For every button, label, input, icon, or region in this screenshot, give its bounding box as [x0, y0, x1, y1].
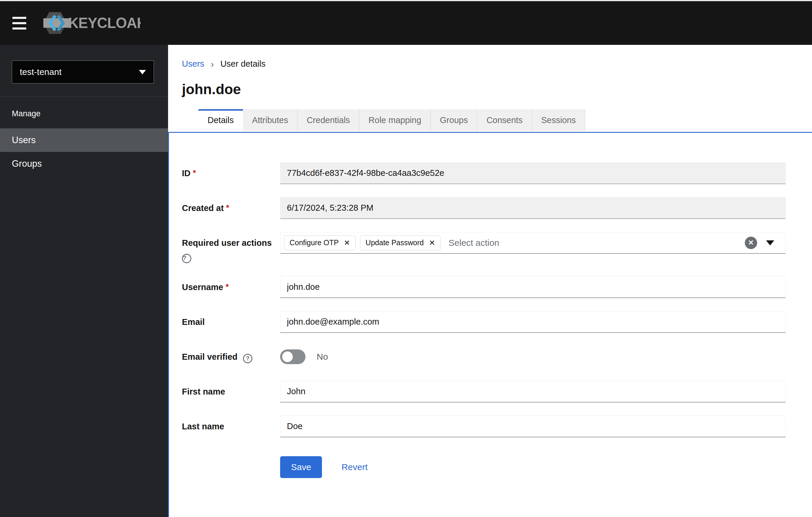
keycloak-logo-icon: KEYCLOAK: [44, 11, 141, 35]
breadcrumb-current: User details: [220, 59, 265, 69]
username-field[interactable]: [280, 276, 786, 298]
created-at-label: Created at: [182, 203, 224, 213]
breadcrumb-separator-icon: ›: [211, 59, 214, 69]
masthead: KEYCLOAK: [0, 1, 812, 45]
required-user-actions-multiselect[interactable]: Configure OTP ✕ Update Password ✕ Select…: [280, 232, 786, 254]
first-name-field[interactable]: [280, 381, 786, 403]
tab-groups[interactable]: Groups: [431, 109, 477, 131]
created-at-field[interactable]: [280, 197, 786, 219]
realm-selector-value: test-tenant: [20, 67, 62, 77]
field-row-username: Username*: [182, 276, 812, 298]
realm-selector[interactable]: test-tenant: [12, 60, 154, 83]
nav-toggle-hamburger-icon[interactable]: [12, 15, 26, 31]
tab-consents[interactable]: Consents: [477, 109, 532, 131]
field-row-email-verified: Email verified ? No: [182, 346, 812, 368]
sidebar-item-groups[interactable]: Groups: [0, 152, 168, 175]
sidebar-nav: Users Groups: [0, 128, 168, 175]
keycloak-logo: KEYCLOAK: [44, 11, 141, 35]
chip-configure-otp: Configure OTP ✕: [284, 236, 355, 250]
multiselect-placeholder: Select action: [448, 238, 499, 248]
tab-credentials[interactable]: Credentials: [297, 109, 359, 131]
tab-sessions[interactable]: Sessions: [532, 109, 585, 131]
email-label: Email: [182, 317, 205, 327]
field-row-id: ID*: [182, 162, 812, 184]
help-icon[interactable]: ?: [243, 354, 252, 363]
sidebar: test-tenant Manage Users Groups: [0, 45, 168, 517]
field-row-required-user-actions: Required user actions ? Configure OTP ✕ …: [182, 232, 812, 263]
required-indicator: *: [226, 203, 229, 212]
field-row-first-name: First name: [182, 381, 812, 403]
tab-role-mapping[interactable]: Role mapping: [359, 109, 431, 131]
last-name-label: Last name: [182, 422, 224, 431]
form-actions: Save Revert: [280, 456, 812, 478]
field-row-email: Email: [182, 311, 812, 333]
save-button[interactable]: Save: [280, 456, 322, 478]
field-row-last-name: Last name: [182, 415, 812, 437]
first-name-label: First name: [182, 387, 225, 396]
last-name-field[interactable]: [280, 415, 786, 437]
clear-all-icon[interactable]: ✕: [745, 237, 757, 249]
required-user-actions-label: Required user actions: [182, 238, 272, 248]
tab-details[interactable]: Details: [198, 109, 243, 131]
email-verified-toggle[interactable]: [280, 349, 306, 364]
revert-link[interactable]: Revert: [342, 462, 367, 472]
breadcrumb-link-users[interactable]: Users: [182, 59, 204, 69]
username-label: Username: [182, 282, 223, 292]
tab-list: Details Attributes Credentials Role mapp…: [198, 109, 812, 131]
email-verified-label: Email verified: [182, 352, 238, 361]
id-field[interactable]: [280, 162, 786, 184]
brand-text: KEYCLOAK: [68, 15, 141, 31]
required-indicator: *: [193, 168, 196, 178]
breadcrumb: Users › User details: [182, 59, 812, 69]
id-label: ID: [182, 168, 191, 178]
chevron-down-icon[interactable]: [766, 240, 774, 245]
page-title: john.doe: [182, 81, 812, 98]
nav-section-label: Manage: [0, 97, 168, 118]
required-indicator: *: [226, 282, 229, 291]
field-row-created-at: Created at*: [182, 197, 812, 219]
details-panel: ID* Created at* Required user actions ? …: [168, 132, 812, 517]
email-field[interactable]: [280, 311, 786, 333]
help-icon[interactable]: ?: [182, 254, 191, 263]
chip-remove-icon[interactable]: ✕: [344, 239, 350, 246]
sidebar-item-users[interactable]: Users: [0, 128, 168, 152]
chip-remove-icon[interactable]: ✕: [429, 239, 435, 246]
chevron-down-icon: [139, 70, 146, 74]
main-content: Users › User details john.doe Details At…: [168, 45, 812, 517]
toggle-knob: [282, 351, 293, 362]
email-verified-state: No: [317, 352, 328, 362]
chip-update-password: Update Password ✕: [360, 236, 440, 250]
tab-attributes[interactable]: Attributes: [243, 109, 298, 131]
